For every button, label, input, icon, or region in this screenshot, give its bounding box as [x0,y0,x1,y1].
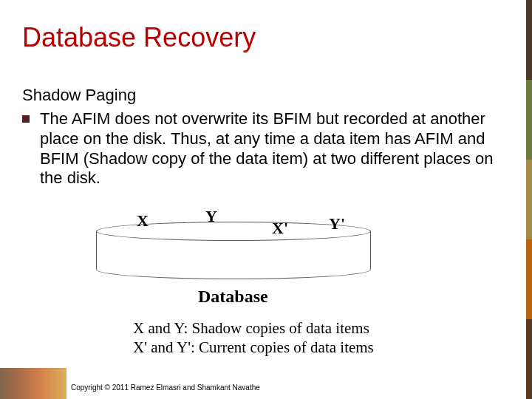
copyright-text: Copyright © 2011 Ramez Elmasri and Shamk… [71,383,260,392]
diagram-caption: X and Y: Shadow copies of data items X' … [133,319,374,357]
label-y-prime: Y' [329,214,345,233]
caption-line-1: X and Y: Shadow copies of data items [133,319,374,338]
label-y: Y [205,207,217,226]
section-subtitle: Shadow Paging [22,86,136,105]
slide: Database Recovery Shadow Paging The AFIM… [0,0,532,399]
shadow-paging-diagram: X Y X' Y' Database [89,207,406,310]
bullet-text: The AFIM does not overwrite its BFIM but… [40,109,510,188]
left-decor-blob [0,368,66,399]
bullet-icon [22,115,30,123]
label-x: X [137,211,149,231]
right-decor-stripe [526,0,532,399]
database-label: Database [198,287,268,307]
caption-line-2: X' and Y': Current copies of data items [133,338,374,358]
bullet-item: The AFIM does not overwrite its BFIM but… [22,109,510,188]
slide-title: Database Recovery [22,22,256,53]
label-x-prime: X' [272,219,288,238]
